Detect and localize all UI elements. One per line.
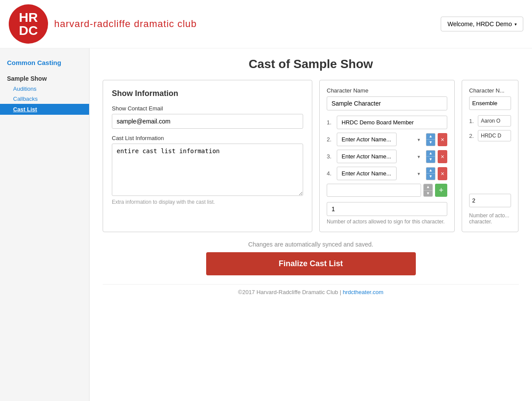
sync-note: Changes are automatically synced and sav… [103, 241, 519, 248]
content-area: Cast of Sample Show Show Information Sho… [90, 48, 532, 401]
actor3-remove-btn[interactable]: × [438, 150, 447, 163]
welcome-label: Welcome, HRDC Demo [447, 21, 512, 27]
sidebar-item-cast-list[interactable]: Cast List [0, 104, 89, 115]
sidebar: Common Casting Sample Show Auditions Cal… [0, 48, 90, 401]
actor-num-2: 2. [327, 136, 335, 143]
content-row: Show Information Show Contact Email Cast… [103, 80, 519, 232]
logo-area: HR DC harvard-radcliffe dramatic club [9, 4, 197, 44]
caret-icon: ▾ [515, 22, 517, 27]
actor-row-2: 2. Enter Actor Name... ▲ ▼ × [327, 133, 447, 146]
actor-row-1: 1. [327, 116, 447, 129]
welcome-dropdown[interactable]: Welcome, HRDC Demo ▾ [441, 17, 523, 31]
char2-actor-row-1: 1. Aaron O [469, 115, 511, 127]
show-info-panel: Show Information Show Contact Email Cast… [103, 80, 312, 232]
actor-row-4: 4. Enter Actor Name... ▲ ▼ × [327, 167, 447, 180]
footer: ©2017 Harvard-Radcliffe Dramatic Club | … [103, 284, 519, 304]
char2-sign-count-input[interactable] [469, 194, 511, 207]
actor2-remove-btn[interactable]: × [438, 133, 447, 146]
sign-count-hint: Number of actors allowed to sign for thi… [327, 219, 447, 225]
finalize-cast-list-button[interactable]: Finalize Cast List [206, 252, 416, 275]
actor3-up-btn[interactable]: ▲ [426, 151, 435, 157]
sign-count-input[interactable] [327, 202, 447, 216]
actor2-spinners[interactable]: ▲ ▼ [426, 133, 435, 146]
header: HR DC harvard-radcliffe dramatic club We… [0, 0, 532, 48]
sidebar-item-auditions[interactable]: Auditions [0, 84, 89, 94]
sidebar-item-callbacks[interactable]: Callbacks [0, 94, 89, 104]
char2-sign-count-hint: Number of acto... character. [469, 212, 511, 225]
page-title: Cast of Sample Show [103, 57, 519, 71]
actor4-down-btn[interactable]: ▼ [426, 174, 435, 180]
actor-add-row: ▲ ▼ + [327, 184, 447, 197]
sidebar-common-casting: Common Casting [0, 55, 89, 72]
character1-panel: Character Name 1. 2. Enter Actor Name... [319, 80, 455, 232]
actor-num-4: 4. [327, 170, 335, 177]
main-layout: Common Casting Sample Show Auditions Cal… [0, 48, 532, 401]
char2-actor-num-2: 2. [469, 133, 476, 139]
sidebar-show-name: Sample Show [0, 72, 89, 84]
actor3-select[interactable]: Enter Actor Name... [337, 150, 397, 163]
actor1-input[interactable] [337, 116, 447, 129]
actor4-spinners[interactable]: ▲ ▼ [426, 167, 435, 180]
add-down-btn[interactable]: ▼ [424, 191, 432, 197]
actor-num-1: 1. [327, 119, 335, 126]
char1-name-label: Character Name [327, 87, 447, 94]
char2-actor2-text: HRDC D [478, 130, 511, 141]
char2-name-input[interactable] [469, 96, 511, 110]
actor2-select[interactable]: Enter Actor Name... [337, 133, 397, 146]
char2-name-label: Character N... [469, 87, 511, 94]
char2-actor-row-2: 2. HRDC D [469, 130, 511, 141]
copyright-text: ©2017 Harvard-Radcliffe Dramatic Club | [238, 289, 343, 295]
actor-add-input[interactable] [327, 184, 421, 197]
actor4-up-btn[interactable]: ▲ [426, 168, 435, 174]
actor2-down-btn[interactable]: ▼ [426, 140, 435, 146]
cast-list-info-label: Cast List Information [112, 135, 303, 141]
cast-list-info-textarea[interactable] [112, 144, 303, 196]
contact-email-label: Show Contact Email [112, 105, 303, 112]
actor4-select[interactable]: Enter Actor Name... [337, 167, 397, 180]
actor-row-3: 3. Enter Actor Name... ▲ ▼ × [327, 150, 447, 163]
char2-actor-num-1: 1. [469, 118, 476, 124]
footer-link[interactable]: hrdctheater.com [343, 289, 383, 295]
add-spinners[interactable]: ▲ ▼ [423, 184, 433, 197]
actor2-up-btn[interactable]: ▲ [426, 134, 435, 140]
show-info-title: Show Information [112, 89, 303, 98]
char2-actor1-text: Aaron O [478, 115, 511, 127]
cast-list-hint: Extra information to display with the ca… [112, 199, 303, 205]
org-name: harvard-radcliffe dramatic club [54, 18, 197, 30]
contact-email-input[interactable] [112, 114, 303, 129]
actor3-spinners[interactable]: ▲ ▼ [426, 150, 435, 163]
add-actor-btn[interactable]: + [435, 184, 447, 197]
logo-icon: HR DC [9, 4, 48, 44]
char1-name-input[interactable] [327, 96, 447, 110]
actor-num-3: 3. [327, 153, 335, 160]
contact-email-group: Show Contact Email [112, 105, 303, 129]
cast-list-info-group: Cast List Information Extra information … [112, 135, 303, 205]
character2-panel: Character N... 1. Aaron O 2. HRDC D Numb… [462, 80, 518, 232]
actor4-remove-btn[interactable]: × [438, 167, 447, 180]
add-up-btn[interactable]: ▲ [424, 184, 432, 191]
actor3-down-btn[interactable]: ▼ [426, 157, 435, 163]
